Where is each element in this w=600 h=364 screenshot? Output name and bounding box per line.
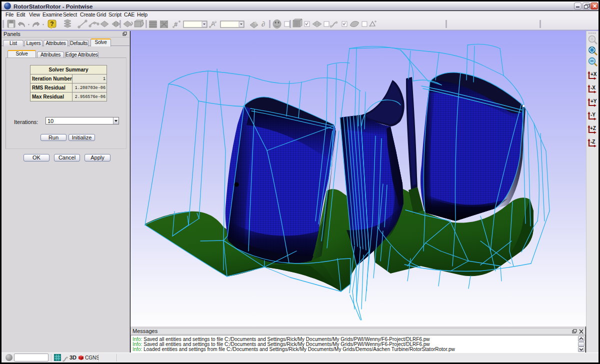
svg-text:A: A [211,20,215,28]
svg-text:∂: ∂ [262,20,265,28]
svg-text:+Z: +Z [590,126,596,131]
svg-text:?: ? [50,20,54,28]
svg-text:-Z: -Z [590,139,595,144]
svg-text:+Y: +Y [590,98,597,104]
svg-text:+X: +X [590,72,597,77]
svg-text:#: # [174,20,178,28]
svg-text:-Y: -Y [590,112,596,118]
svg-text:-X: -X [590,85,596,90]
